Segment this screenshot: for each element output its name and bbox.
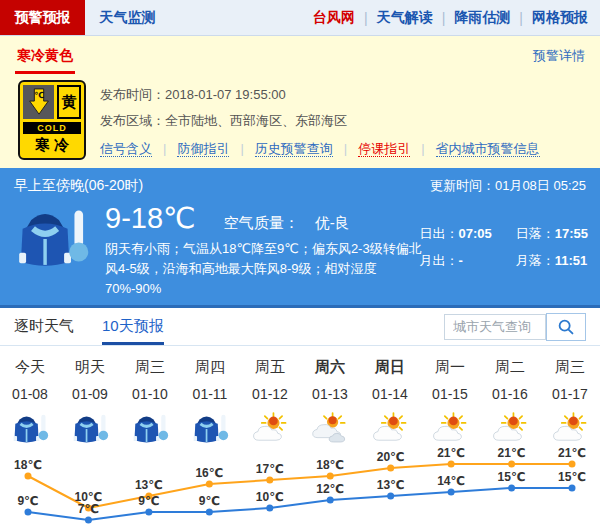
- temperature-range: 9-18℃: [105, 201, 196, 235]
- city-search-input[interactable]: [444, 314, 546, 340]
- partly-cloudy-icon: [551, 410, 589, 448]
- nav-separator: |: [519, 10, 523, 26]
- svg-text:9℃: 9℃: [138, 494, 159, 508]
- nav-link-0[interactable]: 台风网: [313, 9, 355, 27]
- day-icon: [480, 409, 540, 449]
- weather-description: 阴天有小雨；气温从18℃降至9℃；偏东风2-3级转偏北风4-5级，沿海和高地最大…: [105, 239, 427, 299]
- forecast-day-01-11[interactable]: 周四01-11: [180, 352, 240, 449]
- forecast-day-01-12[interactable]: 周五01-12: [240, 352, 300, 449]
- day-date: 01-08: [0, 386, 60, 402]
- current-weather-panel: 早上至傍晚(06-20时) 更新时间：01月08日 05:25 9-18℃ 空气…: [0, 168, 600, 308]
- svg-text:15℃: 15℃: [498, 470, 526, 484]
- badge-top: ℃ 黄: [20, 82, 84, 119]
- nav-links: 台风网|天气解读|降雨估测|网格预报: [313, 0, 600, 35]
- day-name: 周三: [120, 358, 180, 377]
- astro-item-1: 日落：17:55: [516, 225, 588, 243]
- update-time-label: 更新时间：: [430, 178, 495, 193]
- day-name: 周五: [240, 358, 300, 377]
- astro-label: 月落：: [516, 253, 555, 268]
- alert-tab-cold-yellow[interactable]: 寒冷黄色: [15, 47, 75, 74]
- day-icon: [0, 409, 60, 449]
- badge-level-char: 黄: [57, 85, 81, 119]
- forecast-day-01-09[interactable]: 明天01-09: [60, 352, 120, 449]
- cold-icon: [14, 201, 90, 277]
- publish-time-line: 发布时间：2018-01-07 19:55:00: [100, 82, 540, 108]
- badge-cold-label: COLD: [23, 122, 81, 134]
- warning-link-1[interactable]: 防御指引: [177, 141, 229, 157]
- forecast-day-01-08[interactable]: 今天01-08: [0, 352, 60, 449]
- warning-link-4[interactable]: 省内城市预警信息: [436, 141, 540, 157]
- cold-warning-badge: ℃ 黄 COLD 寒 冷: [18, 80, 86, 160]
- astro-value: 11:51: [555, 253, 588, 268]
- warning-link-0[interactable]: 信号含义: [100, 141, 152, 157]
- partly-cloudy-icon: [431, 410, 469, 448]
- astro-value: 07:05: [459, 226, 492, 241]
- forecast-day-01-14[interactable]: 周日01-14: [360, 352, 420, 449]
- forecast-tab-1[interactable]: 10天预报: [102, 308, 164, 345]
- day-icon: [540, 409, 600, 449]
- forecast-period: 早上至傍晚(06-20时): [14, 177, 143, 195]
- nav-tab-0[interactable]: 预警预报: [0, 0, 85, 35]
- svg-text:21℃: 21℃: [437, 446, 465, 460]
- svg-text:18℃: 18℃: [316, 458, 344, 472]
- svg-text:21℃: 21℃: [558, 446, 586, 460]
- day-name: 周三: [540, 358, 600, 377]
- warning-link-3[interactable]: 停课指引: [358, 141, 410, 157]
- day-icon: [360, 409, 420, 449]
- forecast-day-01-17[interactable]: 周三01-17: [540, 352, 600, 449]
- astro-label: 月出：: [420, 253, 459, 268]
- link-separator: |: [163, 141, 166, 156]
- day-date: 01-14: [360, 386, 420, 402]
- day-name: 周日: [360, 358, 420, 377]
- publish-time-value: 2018-01-07 19:55:00: [165, 87, 286, 102]
- nav-tabs: 预警预报天气监测: [0, 0, 170, 35]
- nav-link-2[interactable]: 降雨估测: [454, 9, 510, 27]
- partly-cloudy-icon: [491, 410, 529, 448]
- top-nav: 预警预报天气监测 台风网|天气解读|降雨估测|网格预报: [0, 0, 600, 36]
- day-date: 01-15: [420, 386, 480, 402]
- sun-moon-times: 日出：07:05日落：17:55月出：-月落：11:51: [420, 225, 589, 270]
- partly-cloudy-icon: [371, 410, 409, 448]
- nav-tab-1[interactable]: 天气监测: [85, 0, 170, 35]
- warning-link-2[interactable]: 历史预警查询: [255, 141, 333, 157]
- day-icon: [60, 409, 120, 449]
- search-icon: [557, 318, 575, 336]
- link-separator: |: [344, 141, 347, 156]
- day-date: 01-16: [480, 386, 540, 402]
- day-icon: [240, 409, 300, 449]
- day-date: 01-13: [300, 386, 360, 402]
- astro-value: 17:55: [555, 226, 588, 241]
- svg-text:℃: ℃: [33, 90, 43, 100]
- warning-body: ℃ 黄 COLD 寒 冷 发布时间：2018-01-07 19:55:00 发布…: [0, 74, 600, 160]
- svg-text:17℃: 17℃: [256, 462, 284, 476]
- air-quality-value: 优-良: [315, 214, 350, 233]
- forecast-tab-0[interactable]: 逐时天气: [14, 308, 74, 345]
- forecast-day-01-15[interactable]: 周一01-15: [420, 352, 480, 449]
- current-header: 早上至傍晚(06-20时) 更新时间：01月08日 05:25: [0, 168, 600, 195]
- forecast-day-01-16[interactable]: 周二01-16: [480, 352, 540, 449]
- alert-section: 寒冷黄色 预警详情 ℃ 黄 COLD 寒 冷: [0, 36, 600, 168]
- day-name: 周二: [480, 358, 540, 377]
- astro-value: -: [459, 253, 463, 268]
- day-icon: [420, 409, 480, 449]
- alert-detail-link[interactable]: 预警详情: [533, 47, 585, 65]
- temperature-trend-chart: 18℃10℃13℃16℃17℃18℃20℃21℃21℃21℃9℃7℃9℃9℃10…: [0, 444, 600, 531]
- cold-icon: [71, 410, 109, 448]
- svg-text:20℃: 20℃: [377, 450, 405, 464]
- nav-link-1[interactable]: 天气解读: [377, 9, 433, 27]
- forecast-day-01-13[interactable]: 周六01-13: [300, 352, 360, 449]
- day-date: 01-12: [240, 386, 300, 402]
- day-date: 01-17: [540, 386, 600, 402]
- forecast-day-01-10[interactable]: 周三01-10: [120, 352, 180, 449]
- day-icon: [300, 409, 360, 449]
- svg-text:13℃: 13℃: [135, 478, 163, 492]
- svg-text:14℃: 14℃: [437, 474, 465, 488]
- temp-chart-svg: 18℃10℃13℃16℃17℃18℃20℃21℃21℃21℃9℃7℃9℃9℃10…: [0, 444, 600, 531]
- search-button[interactable]: [546, 313, 586, 341]
- partly-cloudy-icon: [251, 410, 289, 448]
- day-name: 周一: [420, 358, 480, 377]
- svg-text:13℃: 13℃: [377, 478, 405, 492]
- link-separator: |: [421, 141, 424, 156]
- air-quality-label: 空气质量：: [224, 214, 299, 233]
- nav-link-3[interactable]: 网格预报: [532, 9, 588, 27]
